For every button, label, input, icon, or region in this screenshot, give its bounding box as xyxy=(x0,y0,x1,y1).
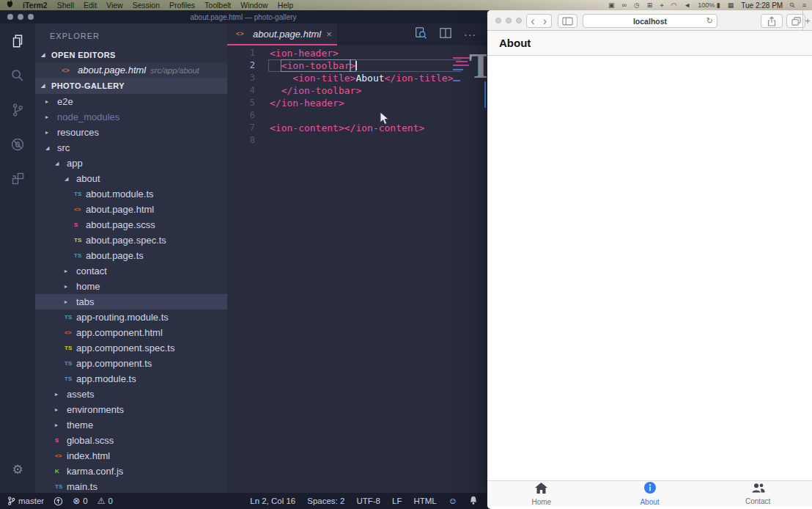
git-branch-indicator[interactable]: master xyxy=(7,496,44,506)
address-bar[interactable]: localhost ↻ xyxy=(583,14,717,28)
share-icon[interactable] xyxy=(761,14,783,28)
tree-file-app-routing.module.ts[interactable]: TSapp-routing.module.ts xyxy=(35,310,227,325)
code-area[interactable]: 1<ion-header>2 <ion-toolbar>3 <ion-title… xyxy=(227,45,487,493)
publish-changes-icon[interactable] xyxy=(53,497,63,506)
vscode-titlebar[interactable]: about.page.html — photo-gallery xyxy=(0,10,487,23)
tree-file-global.scss[interactable]: Sglobal.scss xyxy=(35,433,227,448)
code-line-4[interactable]: 4 </ion-toolbar> xyxy=(227,84,487,97)
tab-about-page-html[interactable]: <> about.page.html × xyxy=(227,23,337,45)
menu-session[interactable]: Session xyxy=(133,0,160,10)
code-line-6[interactable]: 6 xyxy=(227,109,487,122)
project-section-header[interactable]: ◢ PHOTO-GALLERY xyxy=(35,78,227,94)
menu-help[interactable]: Help xyxy=(278,0,294,10)
open-editors-section-header[interactable]: ◢ OPEN EDITORS xyxy=(35,47,227,62)
reload-icon[interactable]: ↻ xyxy=(706,16,713,26)
more-actions-icon[interactable]: ··· xyxy=(464,29,476,40)
status-item[interactable]: Ln 2, Col 16 xyxy=(250,497,295,505)
tab-about[interactable]: About xyxy=(596,481,704,506)
tree-folder-node_modules[interactable]: ▸node_modules xyxy=(35,109,227,125)
tree-folder-e2e[interactable]: ▸e2e xyxy=(35,94,227,109)
status-item[interactable]: UTF-8 xyxy=(356,497,380,505)
tree-folder-home[interactable]: ▸home xyxy=(35,279,227,294)
tree-folder-contact[interactable]: ▸contact xyxy=(35,263,227,279)
code-line-3[interactable]: 3 <ion-title>About</ion-title> xyxy=(227,72,487,84)
code-line-5[interactable]: 5</ion-header> xyxy=(227,97,487,109)
source-control-icon[interactable] xyxy=(0,92,35,127)
forward-button[interactable]: › xyxy=(539,14,552,28)
wifi-icon[interactable]: ◠ xyxy=(671,1,676,9)
explorer-icon[interactable] xyxy=(0,23,35,58)
menu-shell[interactable]: Shell xyxy=(57,0,74,10)
tree-file-app.component.ts[interactable]: TSapp.component.ts xyxy=(35,356,227,371)
tab-close-icon[interactable]: × xyxy=(326,29,332,40)
tree-folder-theme[interactable]: ▸theme xyxy=(35,417,227,433)
tree-file-about.page.spec.ts[interactable]: TSabout.page.spec.ts xyxy=(35,232,227,248)
menu-profiles[interactable]: Profiles xyxy=(169,0,195,10)
extensions-icon[interactable] xyxy=(0,161,35,196)
sidebar-toggle-icon[interactable] xyxy=(558,14,577,28)
volume-icon[interactable]: ◄ xyxy=(684,1,690,9)
tree-folder-tabs[interactable]: ▸tabs xyxy=(35,294,227,310)
tree-folder-src[interactable]: ◢src xyxy=(35,140,227,155)
tab-home[interactable]: Home xyxy=(487,481,596,506)
time-machine-icon[interactable]: ◷ xyxy=(634,1,640,9)
menu-edit[interactable]: Edit xyxy=(84,0,97,10)
new-tab-button[interactable]: + xyxy=(802,10,812,31)
screen-record-icon[interactable]: ▣ xyxy=(608,1,615,9)
feedback-smiley-icon[interactable]: ☺ xyxy=(449,496,457,506)
tree-file-app.component.spec.ts[interactable]: TSapp.component.spec.ts xyxy=(35,340,227,356)
tree-file-index.html[interactable]: <>index.html xyxy=(35,448,227,464)
minimize-window-button[interactable] xyxy=(506,18,512,23)
input-source-icon[interactable]: ▦ xyxy=(728,1,734,9)
close-window-button[interactable] xyxy=(495,18,501,23)
tab-contact[interactable]: Contact xyxy=(704,481,812,506)
open-editor-item[interactable]: <> about.page.html src/app/about xyxy=(35,62,227,78)
tree-file-karma.conf.js[interactable]: Kkarma.conf.js xyxy=(35,464,227,479)
tree-folder-app[interactable]: ◢app xyxy=(35,155,227,171)
notification-center-icon[interactable]: ≡ xyxy=(802,1,806,9)
keyboard-brightness-icon[interactable]: ⌖ xyxy=(660,1,663,10)
status-item[interactable]: LF xyxy=(392,497,402,505)
debug-icon[interactable] xyxy=(0,127,35,161)
tree-file-app.component.html[interactable]: <>app.component.html xyxy=(35,325,227,340)
airplay-display-icon[interactable]: ⊞ xyxy=(647,1,653,9)
status-item[interactable]: HTML xyxy=(413,497,436,505)
tree-folder-assets[interactable]: ▸assets xyxy=(35,387,227,402)
menu-window[interactable]: Window xyxy=(240,0,267,10)
tree-folder-environments[interactable]: ▸environments xyxy=(35,402,227,417)
zoom-window-button[interactable] xyxy=(516,18,522,23)
tree-folder-resources[interactable]: ▸resources xyxy=(35,125,227,140)
open-preview-icon[interactable] xyxy=(414,26,427,43)
battery-label[interactable]: 100% ▮ xyxy=(698,1,720,9)
code-line-2[interactable]: 2 <ion-toolbar> xyxy=(227,59,487,72)
tree-file-about.page.ts[interactable]: TSabout.page.ts xyxy=(35,248,227,263)
tree-folder-about[interactable]: ◢about xyxy=(35,171,227,186)
back-button[interactable]: ‹ xyxy=(526,14,539,28)
menu-view[interactable]: View xyxy=(106,0,123,10)
notifications-bell-icon[interactable] xyxy=(469,496,478,507)
menu-toolbelt[interactable]: Toolbelt xyxy=(204,0,231,10)
tree-file-about.module.ts[interactable]: TSabout.module.ts xyxy=(35,186,227,202)
settings-gear-icon[interactable]: ⚙ xyxy=(0,453,35,487)
minimize-window-button[interactable] xyxy=(18,14,23,20)
warnings-indicator[interactable]: ⚠ 0 xyxy=(97,496,113,506)
status-item[interactable]: Spaces: 2 xyxy=(307,497,344,505)
search-icon[interactable] xyxy=(0,58,35,92)
code-line-7[interactable]: 7<ion-content></ion-content> xyxy=(227,122,487,134)
glasses-icon[interactable]: ∞ xyxy=(622,1,627,9)
close-window-button[interactable] xyxy=(7,14,13,20)
tree-file-about.page.scss[interactable]: Sabout.page.scss xyxy=(35,217,227,232)
errors-indicator[interactable]: ⊗ 0 xyxy=(73,496,87,506)
split-editor-icon[interactable] xyxy=(439,27,452,42)
menu-iterm2[interactable]: iTerm2 xyxy=(23,0,48,10)
zoom-window-button[interactable] xyxy=(28,14,34,20)
tree-file-main.ts[interactable]: TSmain.ts xyxy=(35,479,227,493)
tree-file-about.page.html[interactable]: <>about.page.html xyxy=(35,202,227,217)
code-line-8[interactable]: 8 xyxy=(227,134,487,147)
apple-menu-icon[interactable] xyxy=(7,0,13,10)
vscode-traffic-lights[interactable] xyxy=(7,14,34,20)
spotlight-icon[interactable]: ⚲ xyxy=(789,1,797,10)
tree-file-app.module.ts[interactable]: TSapp.module.ts xyxy=(35,371,227,387)
safari-traffic-lights[interactable] xyxy=(495,18,522,23)
code-line-1[interactable]: 1<ion-header> xyxy=(227,47,487,59)
